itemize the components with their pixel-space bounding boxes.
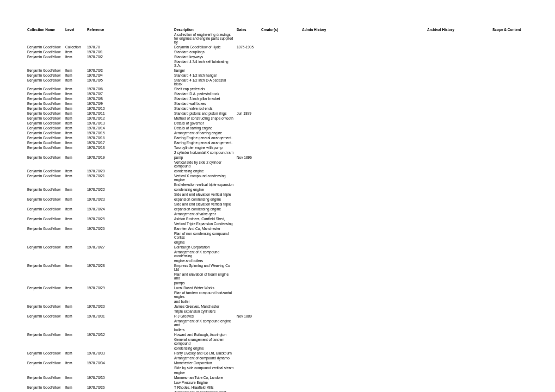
- cell-description: Plan of tandem compound horizontal engie…: [174, 290, 237, 299]
- cell-empty: [492, 59, 528, 68]
- cell-empty: [302, 221, 427, 226]
- cell-collection: [27, 221, 65, 226]
- table-row: Benjamin GoodfellowItem1970.70/23expansi…: [27, 197, 528, 202]
- cell-empty: [302, 160, 427, 169]
- cell-collection: Benjamin Goodfellow: [27, 121, 65, 126]
- cell-level: [65, 192, 87, 197]
- cell-dates: [237, 346, 261, 351]
- cell-creator: [261, 299, 302, 304]
- cell-collection: Benjamin Goodfellow: [27, 140, 65, 145]
- cell-empty: [302, 258, 427, 263]
- cell-reference: 1970.70/13: [87, 121, 174, 126]
- cell-description: Side and end elevation vertical triple: [174, 202, 237, 207]
- table-row: Triple expansion cyllinders: [27, 309, 528, 314]
- cell-dates: [237, 332, 261, 337]
- cell-level: [65, 319, 87, 327]
- cell-empty: [427, 346, 492, 351]
- cell-collection: [27, 258, 65, 263]
- cell-empty: [492, 169, 528, 173]
- cell-description: General arrangement of tandem compound: [174, 337, 237, 346]
- cell-empty: [302, 140, 427, 145]
- cell-collection: [27, 346, 65, 351]
- cell-reference: [87, 59, 174, 68]
- cell-dates: [237, 226, 261, 231]
- cell-empty: [427, 226, 492, 231]
- cell-empty: [492, 173, 528, 182]
- cell-creator: [261, 32, 302, 45]
- cell-level: Item: [65, 49, 87, 54]
- cell-empty: [302, 365, 427, 370]
- cell-level: [65, 258, 87, 263]
- cell-empty: [302, 304, 427, 309]
- cell-dates: [237, 207, 261, 211]
- cell-level: Item: [65, 332, 87, 337]
- cell-level: [65, 182, 87, 187]
- cell-creator: [261, 169, 302, 173]
- cell-level: Item: [65, 226, 87, 231]
- cell-empty: [492, 111, 528, 116]
- cell-reference: [87, 290, 174, 299]
- cell-collection: [27, 160, 65, 169]
- cell-empty: [492, 130, 528, 135]
- cell-description: Harry Livesey and Co Ltd, Blackburn: [174, 351, 237, 356]
- cell-creator: [261, 309, 302, 314]
- table-row: and boiler: [27, 299, 528, 304]
- cell-description: Side and end elevation vertical triple: [174, 192, 237, 197]
- cell-dates: [237, 281, 261, 285]
- cell-reference: [87, 370, 174, 375]
- table-row: Arrangement of X compound engine and: [27, 319, 528, 327]
- cell-empty: [302, 281, 427, 285]
- cell-reference: [87, 240, 174, 245]
- cell-reference: 1970.70/35: [87, 375, 174, 380]
- cell-collection: [27, 240, 65, 245]
- cell-empty: [427, 365, 492, 370]
- cell-level: Item: [65, 263, 87, 272]
- cell-empty: [427, 221, 492, 226]
- cell-creator: [261, 304, 302, 309]
- cell-level: [65, 380, 87, 385]
- cell-creator: [261, 337, 302, 346]
- header-level: Level: [65, 27, 87, 32]
- cell-dates: [237, 182, 261, 187]
- cell-collection: Benjamin Goodfellow: [27, 135, 65, 140]
- cell-reference: 1970.70/21: [87, 173, 174, 182]
- cell-level: Item: [65, 245, 87, 250]
- cell-empty: [302, 126, 427, 130]
- cell-level: [65, 299, 87, 304]
- cell-description: engine: [174, 240, 237, 245]
- cell-creator: [261, 385, 302, 390]
- cell-empty: [427, 182, 492, 187]
- cell-empty: [302, 68, 427, 73]
- cell-collection: [27, 32, 65, 45]
- cell-empty: [427, 314, 492, 319]
- cell-empty: [492, 54, 528, 59]
- cell-empty: [427, 135, 492, 140]
- cell-dates: [237, 160, 261, 169]
- table-row: boilers: [27, 327, 528, 332]
- cell-reference: [87, 211, 174, 216]
- header-row: Collection Name Level Reference Descript…: [27, 27, 528, 32]
- cell-collection: Benjamin Goodfellow: [27, 207, 65, 211]
- cell-reference: 1970.70/10: [87, 106, 174, 111]
- cell-dates: [237, 96, 261, 101]
- cell-creator: [261, 272, 302, 281]
- cell-level: Item: [65, 86, 87, 91]
- cell-empty: [492, 337, 528, 346]
- cell-dates: [237, 169, 261, 173]
- cell-empty: [492, 106, 528, 111]
- cell-empty: [302, 314, 427, 319]
- cell-dates: [237, 375, 261, 380]
- table-row: Benjamin GoodfellowItem1970.70/27Edinbur…: [27, 245, 528, 250]
- cell-empty: [492, 96, 528, 101]
- cell-description: Standard 4 1/2 inch D-A pedestal block: [174, 78, 237, 86]
- cell-level: [65, 370, 87, 375]
- cell-dates: [237, 272, 261, 281]
- header-description: Description: [174, 27, 237, 32]
- table-row: Plan and elevation of beam engine and: [27, 272, 528, 281]
- cell-creator: [261, 145, 302, 150]
- cell-dates: [237, 319, 261, 327]
- cell-empty: [492, 263, 528, 272]
- cell-empty: [492, 327, 528, 332]
- cell-dates: [237, 150, 261, 155]
- cell-reference: 1970.70/27: [87, 245, 174, 250]
